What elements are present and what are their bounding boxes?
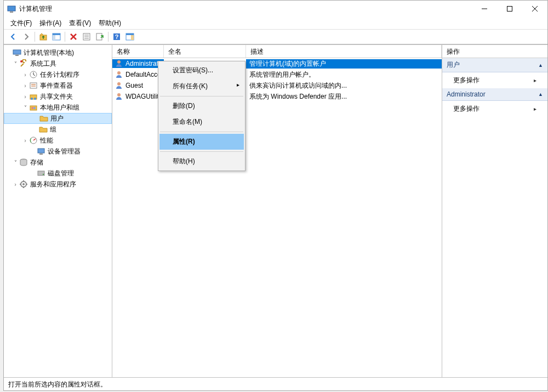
back-button[interactable] xyxy=(7,31,19,43)
action-section-admin[interactable]: Administrator ▲ xyxy=(442,88,547,101)
expand-icon[interactable]: › xyxy=(12,181,19,188)
context-menu: 设置密码(S)... 所有任务(K) 删除(D) 重命名(M) 属性(R) 帮助… xyxy=(158,61,246,171)
menu-help[interactable]: 帮助(H) xyxy=(159,154,244,169)
separator xyxy=(160,151,243,152)
tree-root[interactable]: 计算机管理(本地) xyxy=(4,47,112,58)
statusbar: 打开当前所选内容的属性对话框。 xyxy=(4,377,547,390)
help-button[interactable]: ? xyxy=(111,31,123,43)
svg-rect-19 xyxy=(131,35,134,40)
svg-rect-3 xyxy=(507,7,512,12)
menubar: 文件(F) 操作(A) 查看(V) 帮助(H) xyxy=(4,17,547,29)
svg-point-40 xyxy=(22,183,25,185)
tree-system-tools[interactable]: ˅ 系统工具 xyxy=(4,58,112,69)
svg-point-28 xyxy=(31,98,33,100)
tools-icon xyxy=(19,59,28,68)
action-section-users[interactable]: 用户 ▲ xyxy=(442,58,547,72)
svg-rect-8 xyxy=(53,33,60,35)
svg-rect-35 xyxy=(39,154,43,155)
cell-description: 管理计算机(域)的内置帐户 xyxy=(246,59,442,69)
tree-shared-folders[interactable]: › 共享文件夹 xyxy=(4,91,112,102)
properties-button[interactable] xyxy=(124,31,136,43)
menu-file[interactable]: 文件(F) xyxy=(10,19,32,28)
tree-label: 计算机管理(本地) xyxy=(24,48,74,58)
forward-button[interactable] xyxy=(20,31,32,43)
expand-icon[interactable]: ˅ xyxy=(12,160,19,166)
expand-icon[interactable]: ˅ xyxy=(12,61,19,67)
maximize-button[interactable] xyxy=(497,1,522,17)
export-button[interactable] xyxy=(94,31,106,43)
disk-icon xyxy=(37,169,45,178)
list-header: 名称 全名 描述 xyxy=(112,45,442,58)
user-icon xyxy=(115,70,123,79)
tree-groups[interactable]: 组 xyxy=(4,124,112,135)
svg-rect-20 xyxy=(13,50,21,54)
svg-rect-34 xyxy=(38,149,44,153)
minimize-button[interactable] xyxy=(472,1,497,17)
user-icon xyxy=(115,59,123,68)
menu-view[interactable]: 查看(V) xyxy=(69,19,91,28)
separator xyxy=(160,132,243,132)
tree-label: 任务计划程序 xyxy=(40,70,79,79)
menu-all-tasks[interactable]: 所有任务(K) xyxy=(159,78,244,94)
tree-performance[interactable]: › 性能 xyxy=(4,135,112,146)
expand-icon[interactable]: › xyxy=(21,138,29,144)
svg-rect-24 xyxy=(30,83,37,88)
expand-icon[interactable]: › xyxy=(21,72,29,78)
menu-action[interactable]: 操作(A) xyxy=(39,19,61,28)
app-icon xyxy=(7,4,16,13)
svg-point-29 xyxy=(34,98,36,100)
tree-services[interactable]: › 服务和应用程序 xyxy=(4,179,112,190)
menu-help[interactable]: 帮助(H) xyxy=(99,19,121,28)
tree-device-manager[interactable]: 设备管理器 xyxy=(4,146,112,157)
separator xyxy=(35,32,35,42)
svg-rect-18 xyxy=(126,33,134,35)
folder-icon xyxy=(39,114,48,123)
action-item-label: 更多操作 xyxy=(453,104,480,113)
menu-properties[interactable]: 属性(R) xyxy=(159,134,244,150)
close-button[interactable] xyxy=(522,1,547,17)
tree-label: 事件查看器 xyxy=(40,81,73,90)
svg-rect-9 xyxy=(53,35,55,40)
tree-users[interactable]: 用户 xyxy=(4,113,112,124)
tree-disk-management[interactable]: 磁盘管理 xyxy=(4,168,112,179)
svg-rect-14 xyxy=(96,33,102,40)
svg-point-41 xyxy=(117,60,121,64)
device-icon xyxy=(37,147,45,156)
up-button[interactable] xyxy=(37,31,49,43)
svg-point-42 xyxy=(117,71,121,75)
expand-icon[interactable]: ˅ xyxy=(21,105,29,111)
delete-button[interactable] xyxy=(67,31,79,43)
cell-description: 系统管理的用户帐户。 xyxy=(246,70,442,79)
show-hide-tree-button[interactable] xyxy=(50,31,62,43)
svg-point-43 xyxy=(117,82,121,86)
tree-event-viewer[interactable]: › 事件查看器 xyxy=(4,80,112,91)
svg-point-38 xyxy=(43,174,44,175)
tree-storage[interactable]: ˅ 存储 xyxy=(4,157,112,168)
tree-local-users[interactable]: ˅ 本地用户和组 xyxy=(4,102,112,113)
action-more-1[interactable]: 更多操作 xyxy=(442,72,547,88)
svg-text:?: ? xyxy=(115,33,119,40)
action-section-label: Administrator xyxy=(447,90,486,98)
menu-delete[interactable]: 删除(D) xyxy=(159,98,244,114)
column-name[interactable]: 名称 xyxy=(112,45,164,58)
svg-point-31 xyxy=(31,107,33,109)
refresh-button[interactable] xyxy=(81,31,93,43)
expand-icon[interactable]: › xyxy=(21,94,29,100)
column-fullname[interactable]: 全名 xyxy=(164,45,246,58)
menu-set-password[interactable]: 设置密码(S)... xyxy=(159,63,244,78)
performance-icon xyxy=(29,136,38,145)
toolbar: ? xyxy=(4,29,547,44)
svg-point-44 xyxy=(117,93,121,96)
svg-rect-0 xyxy=(8,6,15,11)
computer-icon xyxy=(13,48,21,57)
menu-rename[interactable]: 重命名(M) xyxy=(159,114,244,130)
cell-description: 供来宾访问计算机或访问域的内... xyxy=(246,81,442,90)
tree-pane[interactable]: 计算机管理(本地) ˅ 系统工具 › 任务计划程序 › 事件查看器 › 共享文件… xyxy=(4,45,112,377)
expand-icon[interactable]: › xyxy=(21,83,29,89)
tree-task-scheduler[interactable]: › 任务计划程序 xyxy=(4,69,112,80)
tree-label: 磁盘管理 xyxy=(48,169,74,178)
svg-point-22 xyxy=(20,60,22,63)
tree-label: 本地用户和组 xyxy=(40,103,79,112)
column-description[interactable]: 描述 xyxy=(246,45,442,58)
action-more-2[interactable]: 更多操作 xyxy=(442,101,547,117)
